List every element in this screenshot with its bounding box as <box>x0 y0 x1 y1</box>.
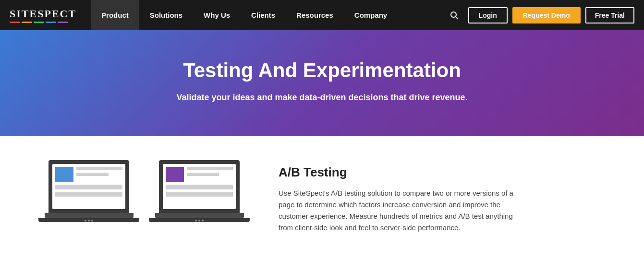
nav-item-company[interactable]: Company <box>344 0 398 30</box>
hero-title: Testing And Experimentation <box>183 59 461 82</box>
logo-bar-4 <box>46 22 56 23</box>
laptop-dots-1 <box>38 220 139 222</box>
screen-line <box>187 173 219 176</box>
laptop-2 <box>149 160 250 222</box>
nav-item-resources[interactable]: Resources <box>286 0 344 30</box>
laptop-base-1 <box>45 213 134 218</box>
nav-item-solutions[interactable]: Solutions <box>139 0 193 30</box>
screen-line <box>76 167 122 170</box>
laptop-dot <box>202 220 204 222</box>
nav-actions: Login Request Demo Free Trial <box>445 7 634 23</box>
screen-inner-2 <box>163 164 236 209</box>
ab-testing-title: A/B Testing <box>279 165 606 180</box>
laptop-dot <box>88 220 90 222</box>
ab-text-content: A/B Testing Use SiteSpect's A/B testing … <box>279 160 606 234</box>
free-trial-button[interactable]: Free Trial <box>585 7 634 23</box>
logo-bars <box>10 22 68 23</box>
screen-row-top-1 <box>55 167 122 182</box>
screen-line-wide <box>166 185 233 189</box>
laptop-base-2 <box>155 213 244 218</box>
login-button[interactable]: Login <box>468 7 508 23</box>
laptop-bottom-1 <box>38 218 139 222</box>
screen-lines-1 <box>76 167 122 176</box>
screen-row-top-2 <box>166 167 233 182</box>
laptop-dot <box>85 220 86 222</box>
laptop-screen-2 <box>159 160 240 213</box>
ab-section: A/B Testing Use SiteSpect's A/B testing … <box>0 136 644 258</box>
logo-bar-3 <box>34 22 44 23</box>
screen-lines-2 <box>187 167 233 176</box>
laptop-dot <box>198 220 200 222</box>
laptop-illustrations <box>38 160 250 222</box>
screen-accent-blue <box>55 167 73 182</box>
site-logo[interactable]: SiteSpect <box>10 8 76 23</box>
ab-testing-description: Use SiteSpect's A/B testing solution to … <box>279 188 528 234</box>
svg-line-1 <box>455 16 458 19</box>
logo-bar-5 <box>58 22 68 23</box>
hero-subtitle: Validate your ideas and make data-driven… <box>176 93 467 103</box>
screen-inner-1 <box>52 164 125 209</box>
laptop-1 <box>38 160 139 222</box>
logo-text: SiteSpect <box>10 8 76 20</box>
screen-accent-purple <box>166 167 184 182</box>
laptop-dot <box>91 220 93 222</box>
nav-item-why-us[interactable]: Why Us <box>193 0 241 30</box>
laptop-dot <box>195 220 197 222</box>
laptop-bottom-2 <box>149 218 250 222</box>
screen-line-wide <box>55 192 122 197</box>
request-demo-button[interactable]: Request Demo <box>512 7 581 23</box>
laptop-dots-2 <box>149 220 250 222</box>
screen-line-wide <box>55 185 122 189</box>
nav-links: Product Solutions Why Us Clients Resourc… <box>91 0 445 30</box>
navigation: SiteSpect Product Solutions Why Us Clien… <box>0 0 644 30</box>
nav-item-product[interactable]: Product <box>91 0 139 30</box>
hero-section: Testing And Experimentation Validate you… <box>0 30 644 136</box>
search-icon[interactable] <box>445 9 463 22</box>
screen-line <box>76 173 109 176</box>
laptop-screen-1 <box>49 160 129 213</box>
logo-bar-1 <box>10 22 20 23</box>
screen-line-wide <box>166 192 233 197</box>
nav-item-clients[interactable]: Clients <box>241 0 286 30</box>
logo-bar-2 <box>22 22 32 23</box>
screen-line <box>187 167 233 170</box>
